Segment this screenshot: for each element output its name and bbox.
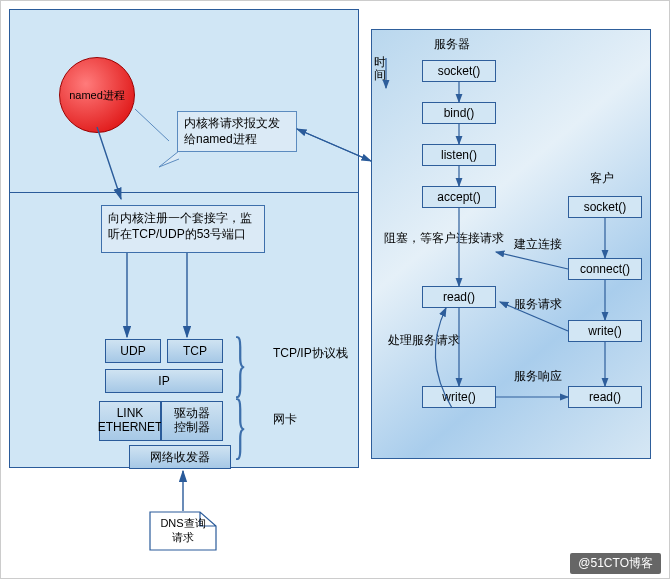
link-label2: ETHERNET: [98, 421, 163, 435]
server-socket-box: socket(): [422, 60, 496, 82]
udp-box: UDP: [105, 339, 161, 363]
kernel-callout: 内核将请求报文发给named进程: [177, 111, 297, 152]
tcp-label: TCP: [183, 344, 207, 358]
dns-query-label1: DNS查询: [160, 517, 205, 531]
server-listen-label: listen(): [441, 148, 477, 162]
kernel-callout-text: 内核将请求报文发给named进程: [184, 116, 280, 146]
server-read-box: read(): [422, 286, 496, 308]
brace-icon: }: [233, 383, 246, 468]
server-socket-label: socket(): [438, 64, 481, 78]
ctrl-label1: 驱动器: [174, 407, 210, 421]
client-read-box: read(): [568, 386, 642, 408]
service-response-label: 服务响应: [514, 368, 562, 385]
server-listen-box: listen(): [422, 144, 496, 166]
named-process-circle: named进程: [59, 57, 135, 133]
right-panel: 服务器 客户 时 间 socket() bind() listen() acce…: [371, 29, 651, 459]
client-connect-label: connect(): [580, 262, 630, 276]
server-bind-label: bind(): [444, 106, 475, 120]
dns-query-doc: DNS查询 请求: [149, 511, 217, 551]
left-panel: named进程 内核将请求报文发给named进程 向内核注册一个套接字，监听在T…: [9, 9, 359, 469]
server-title: 服务器: [434, 36, 470, 53]
register-socket-text: 向内核注册一个套接字，监听在TCP/UDP的53号端口: [108, 211, 252, 241]
blocked-label: 阻塞，等客户连接请求: [384, 230, 504, 247]
client-write-box: write(): [568, 320, 642, 342]
service-request-label: 服务请求: [514, 296, 562, 313]
nic-label: 网卡: [273, 411, 297, 428]
svg-line-9: [496, 252, 568, 269]
transceiver-label: 网络收发器: [150, 449, 210, 466]
time-label: 时 间: [374, 56, 386, 82]
server-bind-box: bind(): [422, 102, 496, 124]
server-write-label: write(): [442, 390, 475, 404]
udp-label: UDP: [120, 344, 145, 358]
client-title: 客户: [590, 170, 614, 187]
callout-tail: [159, 151, 179, 171]
server-write-box: write(): [422, 386, 496, 408]
watermark: @51CTO博客: [570, 553, 661, 574]
client-read-label: read(): [589, 390, 621, 404]
dns-query-label2: 请求: [172, 531, 194, 545]
client-socket-box: socket(): [568, 196, 642, 218]
named-process-label: named进程: [69, 88, 125, 103]
client-socket-label: socket(): [584, 200, 627, 214]
link-label1: LINK: [117, 407, 144, 421]
link-box: LINK ETHERNET: [99, 401, 161, 441]
ip-box: IP: [105, 369, 223, 393]
ip-label: IP: [158, 374, 169, 388]
server-read-label: read(): [443, 290, 475, 304]
establish-label: 建立连接: [514, 236, 562, 253]
server-accept-box: accept(): [422, 186, 496, 208]
server-accept-label: accept(): [437, 190, 480, 204]
register-socket-box: 向内核注册一个套接字，监听在TCP/UDP的53号端口: [101, 205, 265, 253]
transceiver-box: 网络收发器: [129, 445, 231, 469]
time-label-2: 间: [374, 69, 386, 82]
tcpip-stack-label: TCP/IP协议栈: [273, 345, 348, 362]
handle-label: 处理服务请求: [388, 332, 460, 349]
client-write-label: write(): [588, 324, 621, 338]
ctrl-label2: 控制器: [174, 421, 210, 435]
controller-box: 驱动器 控制器: [161, 401, 223, 441]
client-connect-box: connect(): [568, 258, 642, 280]
tcp-box: TCP: [167, 339, 223, 363]
diagram-canvas: named进程 内核将请求报文发给named进程 向内核注册一个套接字，监听在T…: [0, 0, 670, 579]
